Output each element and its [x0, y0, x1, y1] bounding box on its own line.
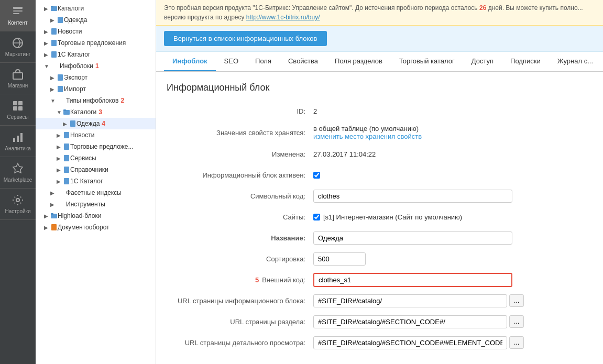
- tree-item-infobloki[interactable]: ▼ Инфоблоки 1: [36, 60, 156, 72]
- symbol-label: Символьный код:: [167, 192, 313, 200]
- svg-rect-15: [58, 17, 63, 23]
- tree-item-1c-l3[interactable]: ▶ 1С Каталог: [36, 175, 156, 187]
- properties-link[interactable]: изменить место хранения свойств: [313, 133, 422, 140]
- arrow-icon: ▶: [44, 29, 50, 35]
- sidebar-item-settings[interactable]: Настройки: [0, 189, 36, 220]
- url-info-input[interactable]: [313, 294, 507, 307]
- svg-point-12: [16, 198, 19, 202]
- arrow-icon: ▶: [44, 40, 50, 46]
- tree-item-katalogi-top[interactable]: ▶ Каталоги: [36, 3, 156, 14]
- page-icon: [50, 39, 58, 47]
- svg-rect-9: [13, 138, 15, 142]
- tree-item-katalogi-l3[interactable]: ▼ Каталоги 3: [36, 106, 156, 118]
- svg-rect-24: [64, 132, 69, 138]
- active-checkbox[interactable]: [313, 172, 320, 179]
- annotation-1: 1: [95, 62, 99, 70]
- tab-trade-catalog[interactable]: Торговый каталог: [391, 52, 463, 71]
- svg-rect-19: [58, 74, 63, 81]
- svg-rect-23: [70, 120, 75, 127]
- form-row-sites: Сайты: [s1] Интернет-магазин (Сайт по ум…: [167, 209, 593, 224]
- url-section-input[interactable]: [313, 315, 507, 328]
- arrow-icon: ▶: [50, 202, 57, 207]
- url-detail-label: URL страницы детального просмотра:: [167, 339, 313, 347]
- name-label: Название:: [167, 234, 313, 242]
- sort-label: Сортировка:: [167, 255, 313, 263]
- tree-item-instrumenty[interactable]: ▶ Инструменты: [36, 198, 156, 210]
- sidebar-item-content[interactable]: Контент: [0, 0, 36, 31]
- annotation-2: 2: [120, 97, 124, 104]
- tab-fields[interactable]: Поля: [247, 52, 280, 71]
- tree-item-torgovye-l3[interactable]: ▶ Торговые предложе...: [36, 141, 156, 152]
- url-section-browse-button[interactable]: ...: [509, 315, 524, 328]
- ext-code-input[interactable]: [313, 273, 512, 287]
- sidebar-item-marketing[interactable]: Маркетинг: [0, 31, 36, 63]
- svg-rect-31: [51, 224, 57, 230]
- back-button[interactable]: Вернуться в список информационных блоков: [164, 31, 327, 46]
- tab-properties[interactable]: Свойства: [280, 52, 326, 71]
- sidebar-item-analytics[interactable]: Аналитика: [0, 126, 36, 157]
- tree-item-fasetnye[interactable]: ▶ Фасетные индексы: [36, 187, 156, 198]
- page-icon: [50, 28, 58, 35]
- sidebar-item-services[interactable]: Сервисы: [0, 94, 36, 126]
- id-label: ID:: [167, 107, 313, 115]
- form-row-name: Название:: [167, 230, 593, 245]
- tab-section-fields[interactable]: Поля разделов: [326, 52, 391, 71]
- svg-rect-28: [64, 178, 69, 184]
- main-content: Это пробная версия продукта "1С-Битрикс:…: [156, 0, 603, 364]
- ext-code-label: 5 Внешний код:: [167, 276, 313, 284]
- properties-value: в общей таблице (по умолчанию) изменить …: [313, 125, 593, 140]
- form-row-symbol: Символьный код:: [167, 189, 593, 203]
- form-row-modified: Изменена: 27.03.2017 11:04:22: [167, 147, 593, 161]
- sidebar-icons: Контент Маркетинг Магазин Сервисы Ан: [0, 0, 36, 364]
- page-icon: [57, 85, 64, 93]
- page-icon: [50, 51, 58, 58]
- tree-item-eksport[interactable]: ▶ Экспорт: [36, 72, 156, 83]
- svg-rect-10: [17, 136, 19, 142]
- sites-checkbox[interactable]: [313, 214, 320, 220]
- tree-item-tipy[interactable]: ▼ Типы инфоблоков 2: [36, 95, 156, 106]
- tree-item-spravochniki[interactable]: ▶ Справочники: [36, 164, 156, 175]
- arrow-icon: ▶: [44, 6, 50, 12]
- tree-item-novosti-top[interactable]: ▶ Новости: [36, 26, 156, 37]
- svg-rect-16: [51, 28, 57, 35]
- sidebar-item-marketplace[interactable]: Marketplace: [0, 157, 36, 189]
- form-row-extcode: 5 Внешний код:: [167, 272, 593, 287]
- symbol-input[interactable]: [313, 190, 512, 203]
- svg-rect-0: [13, 7, 23, 9]
- arrow-icon: ▶: [44, 225, 50, 230]
- url-info-browse-button[interactable]: ...: [509, 294, 524, 307]
- arrow-icon: ▶: [57, 167, 63, 173]
- tree-item-highload[interactable]: ▶ Highload-блоки: [36, 210, 156, 222]
- arrow-icon: ▶: [63, 121, 69, 127]
- svg-rect-26: [64, 155, 69, 161]
- tree-item-1c-katalog-top[interactable]: ▶ 1С Каталог: [36, 49, 156, 60]
- name-input[interactable]: [313, 231, 512, 245]
- tree-item-dokumentooborot[interactable]: ▶ Документооборот: [36, 222, 156, 233]
- tree-item-servisy[interactable]: ▶ Сервисы: [36, 152, 156, 164]
- tab-seo[interactable]: SEO: [216, 52, 247, 71]
- tree-item-odezhda-active[interactable]: ▶ Одежда 4: [36, 118, 156, 129]
- url-detail-browse-button[interactable]: ...: [509, 336, 524, 349]
- form-row-id: ID: 2: [167, 104, 593, 118]
- sidebar-item-shop[interactable]: Магазин: [0, 63, 36, 94]
- svg-rect-22: [63, 109, 66, 111]
- tab-access[interactable]: Доступ: [463, 52, 502, 71]
- tree-item-odezhda-top[interactable]: ▶ Одежда: [36, 14, 156, 26]
- form-title: Информационный блок: [167, 82, 593, 93]
- sort-input[interactable]: [313, 252, 366, 266]
- special-icon: [50, 224, 58, 231]
- tree-item-import[interactable]: ▶ Импорт: [36, 83, 156, 95]
- url-section-label: URL страницы раздела:: [167, 318, 313, 326]
- url-detail-input[interactable]: [313, 336, 507, 349]
- buy-link[interactable]: http://www.1c-bitrix.ru/buy/: [246, 14, 320, 21]
- tree-item-novosti-l3[interactable]: ▶ Новости: [36, 129, 156, 141]
- tabs-row: Инфоблок SEO Поля Свойства Поля разделов…: [156, 52, 603, 72]
- tab-journal[interactable]: Журнал с...: [549, 52, 601, 71]
- tree-item-torgovye[interactable]: ▶ Торговые предложения: [36, 37, 156, 49]
- page-icon: [63, 143, 70, 150]
- tab-subscriptions[interactable]: Подписки: [502, 52, 549, 71]
- page-icon: [69, 120, 76, 127]
- svg-rect-30: [51, 213, 53, 215]
- arrow-icon: ▶: [50, 75, 57, 81]
- tab-infoblock[interactable]: Инфоблок: [164, 52, 216, 71]
